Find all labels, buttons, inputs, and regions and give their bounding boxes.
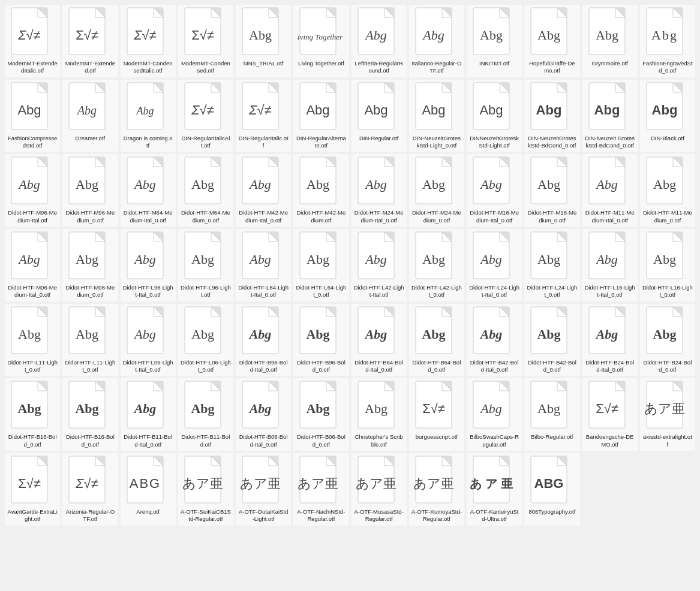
font-item[interactable]: Σ√≠ ModernMT-ExtendedItalic.otf	[5, 5, 60, 77]
file-icon: Abg	[239, 154, 287, 208]
font-item[interactable]: Σ√≠ burguesscript.otf	[409, 378, 464, 451]
font-item[interactable]: Abg Didot-HTF-M24-Medium_0.otf	[409, 154, 464, 227]
font-item[interactable]: Abg Didot-HTF-B24-Bold-Ital_0.otf	[582, 304, 638, 376]
font-item[interactable]: Σ√≠ DIN-RegularItalic.otf	[236, 80, 291, 152]
font-item[interactable]: Abg Didot-HTF-M64-Medium_0.otf	[178, 154, 233, 227]
file-icon: Abg	[239, 5, 287, 59]
font-item[interactable]: Abg Grymmoire.otf	[582, 5, 638, 77]
font-item[interactable]: Abg Didot-HTF-L24-Light-Ital_0.otf	[467, 229, 522, 301]
font-item[interactable]: Σ√≠ ModernMT-CondensedItalic.otf	[121, 5, 176, 77]
font-item[interactable]: Abg Didot-HTF-B11-Bold-Ital_0.otf	[121, 378, 176, 451]
font-item[interactable]: あア亜 axisstd-extralight.otf	[640, 378, 695, 451]
font-item[interactable]: Abg Didot-HTF-L16-Light-Ital_0.otf	[582, 229, 638, 301]
font-item[interactable]: Abg DIN-RegularAlternate.otf	[293, 80, 349, 152]
font-item[interactable]: Abg Didot-HTF-M06-Medium-Ital_0.otf	[5, 229, 60, 301]
font-item[interactable]: Abg Didot-HTF-M11-Medium-Ital_0.otf	[582, 154, 638, 227]
font-item[interactable]: Abg Didot-HTF-M64-Medium-Ital_0.otf	[121, 154, 176, 227]
font-item[interactable]: Abg Bilbo-Regular.otf	[524, 378, 579, 451]
font-item[interactable]: Σ√≠ ModernMT-Condensed.otf	[178, 5, 233, 77]
font-item[interactable]: Σ√≠ Bandoengsche-DEMO.otf	[582, 378, 638, 451]
font-item[interactable]: Abg Italianno-Regular-OTF.otf	[409, 5, 464, 77]
font-item[interactable]: Abg Didot-HTF-M16-Medium_0.otf	[524, 154, 579, 227]
font-item[interactable]: あア亜 A-OTF-KumoyaStd-Regular.otf	[409, 453, 464, 526]
font-item[interactable]: Abg Didot-HTF-M42-Medium-Ital_0.otf	[236, 154, 291, 227]
font-item[interactable]: ABG 806Typography.otf	[524, 453, 579, 526]
font-item[interactable]: あア亜 A-OTF-SeiKaiCB1Std-Regular.otf	[178, 453, 233, 526]
file-icon: Abg	[355, 5, 403, 59]
font-item[interactable]: Abg Didot-HTF-B06-Bold-Ital_0.otf	[236, 378, 291, 451]
font-item[interactable]: Abg Leftheria-RegularRound.otf	[351, 5, 407, 77]
font-item[interactable]: Σ√≠ AvantGarde-ExtraLight.otf	[5, 453, 60, 526]
font-item[interactable]: Abg DIN-NeuzeitGroteskStd-BdCond_0.otf	[524, 80, 579, 152]
font-item[interactable]: Abg Didot-HTF-L96-Light.otf	[178, 229, 233, 301]
font-item[interactable]: Abg HopefulGiraffe-Demo.otf	[524, 5, 579, 77]
font-grid: Σ√≠ ModernMT-ExtendedItalic.otf Σ√≠ Mode…	[0, 0, 700, 530]
font-item[interactable]: Σ√≠ ModernMT-Extended.otf	[62, 5, 118, 77]
font-item[interactable]: Abg Didot-HTF-B11-Bold.otf	[178, 378, 233, 451]
font-item[interactable]: Abg Didot-HTF-M96-Medium_0.otf	[62, 154, 118, 227]
font-item[interactable]: Abg INKITMT.otf	[467, 5, 522, 77]
file-icon: Abg	[66, 80, 114, 134]
svg-text:あア亜: あア亜	[298, 476, 338, 491]
svg-text:Σ√≠: Σ√≠	[248, 102, 271, 117]
font-item[interactable]: Abg DIN-NeuzeitGroteskStd-Light_0.otf	[409, 80, 464, 152]
font-item[interactable]: Abg Didot-HTF-L64-Light-Ital_0.otf	[236, 229, 291, 301]
font-item[interactable]: Abg DINNeuzeitGroteskStd-Light.otf	[467, 80, 522, 152]
font-item[interactable]: Abg Christopher's Scribble.otf	[351, 378, 407, 451]
file-icon: Abg	[644, 304, 692, 358]
font-item[interactable]: Abg Didot-HTF-M96-Medium-Ital.otf	[5, 154, 60, 227]
font-item[interactable]: Abg Didot-HTF-B64-Bold_0.otf	[409, 304, 464, 376]
font-item[interactable]: Abg DIN-Regular.otf	[351, 80, 407, 152]
font-label: A-OTF-KumoyaStd-Regular.otf	[410, 507, 463, 526]
font-label: Didot-HTF-M42-Medium-Ital_0.otf	[237, 208, 290, 227]
font-item[interactable]: Σ√≠ Arizonia-Regular-OTF.otf	[62, 453, 118, 526]
font-item[interactable]: Abg DIN-Neuzeit GroteskStd-BdCond_0.otf	[582, 80, 638, 152]
svg-text:Abg: Abg	[136, 105, 154, 117]
svg-text:Abg: Abg	[191, 252, 214, 267]
font-item[interactable]: Abg Dragon is coming.otf	[121, 80, 176, 152]
font-item[interactable]: Abg Didot-HTF-L42-Light-Ital.otf	[351, 229, 407, 301]
font-item[interactable]: Abg Didot-HTF-M24-Medium-Ital_0.otf	[351, 154, 407, 227]
font-item[interactable]: Abg Didot-HTF-L42-Light_0.otf	[409, 229, 464, 301]
font-item[interactable]: Abg FashionCompressedStd.otf	[5, 80, 60, 152]
font-item[interactable]: Abg Didot-HTF-M16-Medium-Ital_0.otf	[467, 154, 522, 227]
font-item[interactable]: Abg Didot-HTF-B96-Bold_0.otf	[293, 304, 349, 376]
file-icon: Abg	[413, 229, 461, 283]
font-item[interactable]: Abg Didot-HTF-L06-Light_0.otf	[178, 304, 233, 376]
font-item[interactable]: ABG Arenq.otf	[121, 453, 176, 526]
font-item[interactable]: Abg Didot-HTF-L11-Light_0.otf	[62, 304, 118, 376]
font-item[interactable]: Abg Didot-HTF-M42-Medium.otf	[293, 154, 349, 227]
font-item[interactable]: Abg Didot-HTF-L06-Light-Ital_0.otf	[121, 304, 176, 376]
font-item[interactable]: Abg FashionEngravedStd_0.otf	[640, 5, 695, 77]
font-label: Didot-HTF-B06-Bold_0.otf	[295, 432, 347, 451]
font-item[interactable]: Abg Didot-HTF-B42-Bold-Ital_0.otf	[467, 304, 522, 376]
font-item[interactable]: Abg Didot-HTF-M06-Medium_0.otf	[62, 229, 118, 301]
font-item[interactable]: Abg Didot-HTF-B24-Bold_0.otf	[640, 304, 695, 376]
svg-text:Abg: Abg	[18, 102, 41, 117]
font-item[interactable]: あア亜 A-OTF-OutaiKaiStd-Light.otf	[236, 453, 291, 526]
font-item[interactable]: Abg MNS_TRIAL.otf	[236, 5, 291, 77]
svg-text:Abg: Abg	[537, 177, 560, 192]
font-item[interactable]: Abg Didot-HTF-L11-Light_0.otf	[5, 304, 60, 376]
font-item[interactable]: Abg DIN-Black.otf	[640, 80, 695, 152]
font-item[interactable]: Abg Didot-HTF-B42-Bold_0.otf	[524, 304, 579, 376]
file-icon: あア亜	[413, 453, 461, 507]
font-item[interactable]: Abg Didot-HTF-B06-Bold_0.otf	[293, 378, 349, 451]
font-item[interactable]: Abg Didot-HTF-L16-Light_0.otf	[640, 229, 695, 301]
font-item[interactable]: Σ√≠ DIN-RegularItalicAlt.otf	[178, 80, 233, 152]
font-item[interactable]: Abg Didot-HTF-B16-Bold_0.otf	[62, 378, 118, 451]
font-item[interactable]: Abg BilboSwashCaps-Regular.otf	[467, 378, 522, 451]
font-item[interactable]: Abg Didot-HTF-B64-Bold-Ital_0.otf	[351, 304, 407, 376]
font-item[interactable]: Abg Didot-HTF-L24-Light_0.otf	[524, 229, 579, 301]
font-item[interactable]: Abg Didot-HTF-M11-Medium_0.otf	[640, 154, 695, 227]
font-item[interactable]: Abg Dreamer.otf	[62, 80, 118, 152]
font-item[interactable]: Abg Didot-HTF-L64-Light_0.otf	[293, 229, 349, 301]
font-item[interactable]: Abg Didot-HTF-B16-Bold_0.otf	[5, 378, 60, 451]
font-item[interactable]: あア亜 A-OTF-NachiNStd-Regular.otf	[293, 453, 349, 526]
font-item[interactable]: Abg Didot-HTF-B96-Bold-Ital_0.otf	[236, 304, 291, 376]
font-label: Didot-HTF-L11-Light_0.otf	[6, 358, 59, 376]
font-item[interactable]: あア亜 A-OTF-MusasaStd-Regular.otf	[351, 453, 407, 526]
font-item[interactable]: Living Together Living Together.otf	[293, 5, 349, 77]
font-item[interactable]: あ ア 亜 A-OTF-KanteiryuStd-Ultra.otf	[467, 453, 522, 526]
font-item[interactable]: Abg Didot-HTF-L96-Light-Ital_0.otf	[121, 229, 176, 301]
